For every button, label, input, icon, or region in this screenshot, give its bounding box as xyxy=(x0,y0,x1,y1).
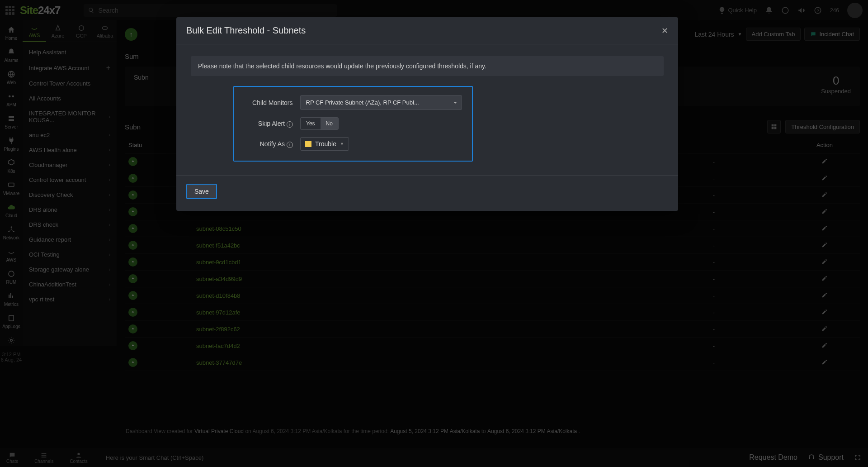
row-child-monitors: Child Monitors RP CF Private Subnet (AZa… xyxy=(244,95,462,110)
info-icon[interactable]: i xyxy=(287,142,293,148)
info-note: Please note that the selected child reso… xyxy=(191,56,664,76)
notify-value: Trouble xyxy=(315,140,336,148)
close-icon[interactable]: ✕ xyxy=(661,26,668,36)
form-highlight-box: Child Monitors RP CF Private Subnet (AZa… xyxy=(233,86,473,162)
modal-body: Please note that the selected child reso… xyxy=(176,44,678,175)
toggle-no[interactable]: No xyxy=(321,118,338,129)
trouble-color-swatch xyxy=(305,141,311,147)
save-button[interactable]: Save xyxy=(186,184,217,199)
modal-footer: Save xyxy=(176,175,678,211)
child-monitors-select[interactable]: RP CF Private Subnet (AZa), RP CF Publ..… xyxy=(300,95,462,110)
modal-header: Bulk Edit Threshold - Subnets ✕ xyxy=(176,17,678,44)
notify-as-select[interactable]: Trouble ▼ xyxy=(300,137,349,151)
modal-title: Bulk Edit Threshold - Subnets xyxy=(186,25,306,36)
child-monitors-label: Child Monitors xyxy=(244,99,300,106)
info-icon[interactable]: i xyxy=(287,121,293,128)
bulk-edit-modal: Bulk Edit Threshold - Subnets ✕ Please n… xyxy=(176,17,678,211)
skip-alert-toggle: Yes No xyxy=(300,117,339,130)
toggle-yes[interactable]: Yes xyxy=(301,118,321,129)
notify-as-text: Notify As xyxy=(260,140,285,148)
row-notify-as: Notify Asi Trouble ▼ xyxy=(244,137,462,151)
skip-alert-text: Skip Alert xyxy=(258,120,285,127)
chevron-down-icon: ▼ xyxy=(340,142,344,146)
skip-alert-label: Skip Alerti xyxy=(244,120,300,128)
row-skip-alert: Skip Alerti Yes No xyxy=(244,117,462,130)
notify-as-label: Notify Asi xyxy=(244,140,300,148)
